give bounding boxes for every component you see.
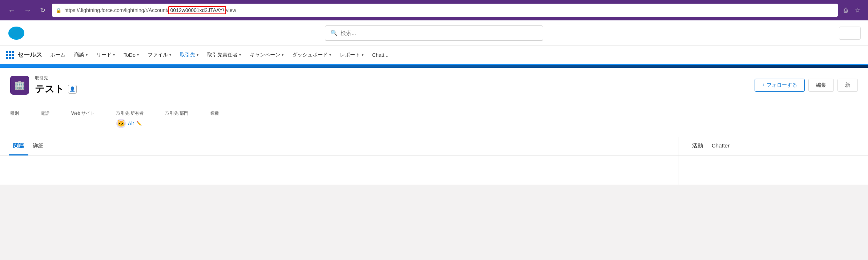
nav-item-dashboards[interactable]: ダッシュボード ▾: [289, 46, 335, 64]
chevron-down-icon: ▾: [362, 53, 363, 57]
nav-label-todo: ToDo: [124, 52, 136, 58]
app-name: セールス: [17, 51, 42, 59]
nav-label-campaigns: キャンペーン: [250, 52, 280, 58]
nav-item-leads[interactable]: リード ▾: [93, 46, 118, 64]
chevron-down-icon: ▾: [113, 53, 115, 57]
account-fields: 種別 電話 Web サイト 取引先 所有者 🐱 Air ✏️ 取引先 部門 業種: [0, 103, 868, 137]
account-subtitle-icon[interactable]: 👤: [68, 85, 77, 94]
account-icon: 🏢: [10, 76, 29, 95]
field-label-type: 種別: [10, 110, 19, 117]
field-owner: 取引先 所有者 🐱 Air ✏️: [116, 110, 144, 128]
nav-item-files[interactable]: ファイル ▾: [144, 46, 175, 64]
chevron-down-icon: ▾: [86, 53, 88, 57]
svg-point-1: [10, 28, 23, 38]
account-header: 🏢 取引先 テスト 👤 + フォローする 編集 新: [0, 68, 868, 103]
nav-item-chatter[interactable]: Chatt...: [369, 46, 392, 64]
nav-item-reports[interactable]: レポート ▾: [336, 46, 367, 64]
follow-button[interactable]: + フォローする: [755, 79, 805, 92]
grid-icon[interactable]: [6, 51, 14, 59]
field-label-industry: 業種: [210, 110, 219, 117]
nav-label-files: ファイル: [148, 52, 168, 58]
nav-item-deals[interactable]: 商談 ▾: [71, 46, 91, 64]
grid-dot: [6, 51, 8, 53]
chevron-down-icon: ▾: [239, 53, 241, 57]
grid-dot: [9, 51, 11, 53]
field-label-website: Web サイト: [71, 110, 95, 117]
decorative-bar: [0, 65, 868, 68]
grid-dot: [12, 54, 14, 56]
grid-dot: [12, 51, 14, 53]
tab-activity[interactable]: 活動: [688, 137, 707, 155]
main-content: 関連 詳細 活動 Chatter: [0, 137, 868, 185]
person-icon: 👤: [69, 86, 75, 92]
address-text: https:// .lightning.force.com/lightning/…: [64, 6, 834, 14]
browser-chrome: ← → ↻ 🔒 https:// .lightning.force.com/li…: [0, 0, 868, 20]
nav-label-leads: リード: [96, 52, 112, 58]
nav-item-campaigns[interactable]: キャンペーン ▾: [246, 46, 287, 64]
nav-label-home: ホーム: [50, 52, 65, 58]
nav-label-accounts: 取引先: [180, 52, 195, 58]
tab-related[interactable]: 関連: [9, 137, 28, 155]
new-button[interactable]: 新: [837, 79, 858, 92]
field-label-owner: 取引先 所有者: [116, 110, 144, 117]
navigation-bar: セールス ホーム 商談 ▾ リード ▾ ToDo ▾ ファイル ▾ 取引先 ▾ …: [0, 46, 868, 65]
account-title-row: テスト 👤: [35, 83, 77, 95]
forward-button[interactable]: →: [22, 5, 33, 16]
field-label-dept: 取引先 部門: [165, 110, 188, 117]
owner-row: 🐱 Air ✏️: [116, 119, 144, 128]
field-type: 種別: [10, 110, 19, 128]
header-right-area: [839, 27, 861, 40]
app-launcher[interactable]: セールス: [6, 51, 42, 59]
grid-dot: [6, 54, 8, 56]
field-industry: 業種: [210, 110, 219, 128]
url-domain: .lightning.force.com/lightning/r/Account…: [80, 7, 168, 13]
search-bar[interactable]: 🔍: [325, 25, 543, 41]
owner-edit-icon[interactable]: ✏️: [136, 121, 142, 126]
nav-label-chatter: Chatt...: [372, 52, 389, 58]
bookmark-button[interactable]: ☆: [853, 5, 862, 16]
refresh-button[interactable]: ↻: [38, 5, 48, 16]
nav-label-deals: 商談: [74, 52, 84, 58]
nav-label-dashboards: ダッシュボード: [292, 52, 328, 58]
nav-item-contacts[interactable]: 取引先責任者 ▾: [204, 46, 245, 64]
nav-item-accounts[interactable]: 取引先 ▾: [176, 46, 202, 65]
nav-label-contacts: 取引先責任者: [207, 52, 238, 58]
chevron-down-icon: ▾: [169, 53, 171, 57]
tab-chatter[interactable]: Chatter: [707, 137, 734, 155]
grid-dot: [12, 57, 14, 59]
chevron-down-icon: ▾: [282, 53, 284, 57]
nav-item-home[interactable]: ホーム: [47, 46, 69, 64]
edit-button[interactable]: 編集: [808, 79, 834, 92]
nav-item-todo[interactable]: ToDo ▾: [120, 46, 142, 64]
avatar-emoji: 🐱: [117, 119, 125, 127]
chevron-down-icon: ▾: [197, 53, 198, 57]
field-value-industry: [210, 119, 219, 126]
account-name: テスト: [35, 83, 64, 95]
grid-dot: [9, 54, 11, 56]
address-bar[interactable]: 🔒 https:// .lightning.force.com/lightnin…: [52, 4, 838, 17]
tab-detail[interactable]: 詳細: [28, 137, 48, 155]
url-highlight: 0012w00001xd2JTAAY/: [168, 6, 226, 14]
left-panel: 関連 詳細: [0, 137, 679, 185]
left-panel-tabs: 関連 詳細: [0, 137, 679, 155]
owner-avatar: 🐱: [116, 119, 126, 128]
back-button[interactable]: ←: [6, 5, 17, 16]
breadcrumb: 取引先: [35, 75, 77, 81]
right-panel: 活動 Chatter: [679, 137, 868, 185]
sf-header: 🔍: [0, 20, 868, 46]
field-value-phone: [41, 119, 49, 126]
account-info: 取引先 テスト 👤: [35, 75, 77, 95]
url-suffix: view: [226, 7, 236, 13]
owner-link[interactable]: Air: [128, 121, 134, 126]
building-icon: 🏢: [14, 80, 25, 90]
share-button[interactable]: ⎙: [842, 5, 849, 16]
grid-dot: [6, 57, 8, 59]
search-input[interactable]: [341, 30, 538, 36]
grid-dot: [9, 57, 11, 59]
account-actions: + フォローする 編集 新: [755, 79, 858, 92]
right-panel-tabs: 活動 Chatter: [679, 137, 868, 155]
lock-icon: 🔒: [56, 8, 61, 13]
field-value-type: [10, 119, 19, 126]
salesforce-logo: [7, 24, 25, 42]
url-prefix: https://: [64, 7, 80, 13]
